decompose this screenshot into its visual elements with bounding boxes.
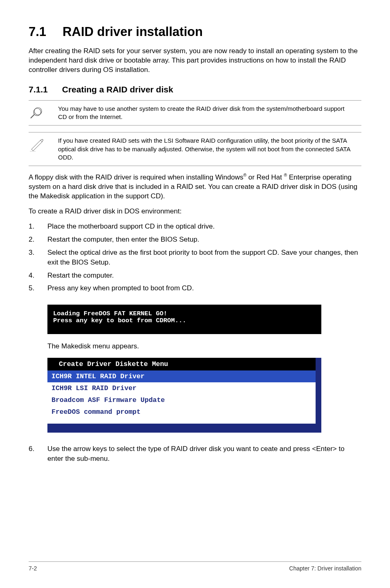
list-item: 3.Select the optical drive as the first … [29,248,361,267]
page-footer: 7-2 Chapter 7: Driver installation [29,561,361,572]
terminal-line: Loading FreeDOS FAT KERNEL GO! [53,310,316,317]
makedisk-caption: The Makedisk menu appears. [47,342,361,350]
list-item: 1.Place the motherboard support CD in th… [29,222,361,231]
list-item: 5.Press any key when prompted to boot fr… [29,283,361,293]
menu-item: FreeDOS command prompt [47,406,316,418]
heading-title: RAID driver installation [63,25,203,39]
reg-mark: ® [243,173,247,177]
menu-header: Create Driver Diskette Menu [47,358,316,370]
note-text-2: If you have created RAID sets with the L… [58,137,361,162]
terminal-line: Press any key to boot from CDROM... [53,317,316,324]
body-paragraph-1: A floppy disk with the RAID driver is re… [29,173,361,201]
reg-mark: ® [284,173,287,177]
sub-heading: 7.1.1Creating a RAID driver disk [29,85,361,94]
note-block-info: You may have to use another system to cr… [29,100,361,126]
list-item: 6.Use the arrow keys to select the type … [29,444,361,464]
chapter-label: Chapter 7: Driver installation [289,565,361,572]
steps-list-continued: 6.Use the arrow keys to select the type … [29,444,361,467]
note-text-1: You may have to use another system to cr… [58,105,361,121]
note-block-pen: If you have created RAID sets with the L… [29,132,361,166]
makedisk-menu: Create Driver Diskette Menu ICH9R INTEL … [47,358,321,433]
subheading-title: Creating a RAID driver disk [62,85,173,94]
menu-item-selected: ICH9R INTEL RAID Driver [47,370,316,382]
list-item: 4.Restart the computer. [29,271,361,281]
magnifier-icon [29,105,46,121]
terminal-output: Loading FreeDOS FAT KERNEL GO! Press any… [47,305,321,334]
subheading-number: 7.1.1 [29,85,48,94]
list-item: 2.Restart the computer, then enter the B… [29,235,361,245]
intro-paragraph: After creating the RAID sets for your se… [29,47,361,75]
heading-number: 7.1 [29,25,46,39]
menu-item: Broadcom ASF Firmware Update [47,394,316,406]
menu-item: ICH9R LSI RAID Driver [47,382,316,394]
page-number: 7-2 [29,565,37,572]
svg-line-2 [31,114,34,118]
pen-icon [29,137,46,153]
main-heading: 7.1RAID driver installation [29,25,361,39]
steps-list: 1.Place the motherboard support CD in th… [29,222,361,296]
body-paragraph-2: To create a RAID driver disk in DOS envi… [29,207,361,216]
